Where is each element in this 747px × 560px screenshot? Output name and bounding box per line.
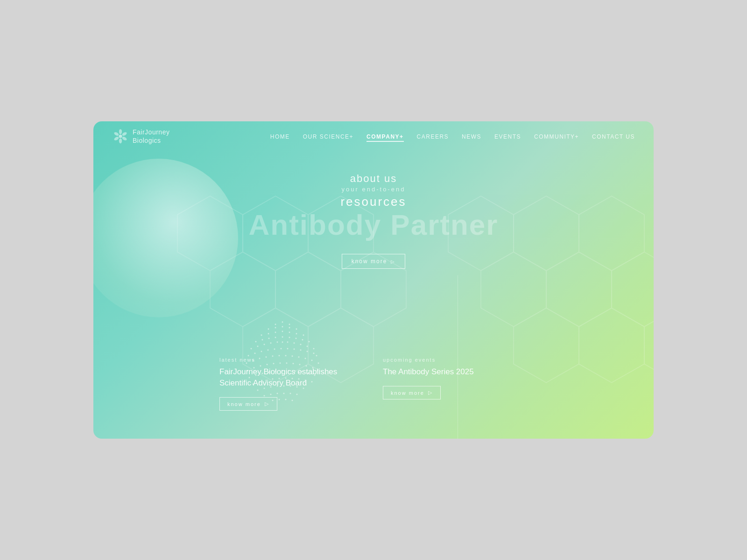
svg-point-40 bbox=[309, 341, 310, 343]
hero-resources: resources bbox=[233, 195, 514, 209]
svg-point-26 bbox=[268, 333, 269, 335]
svg-point-50 bbox=[307, 346, 308, 347]
hero-section: about us your end-to-end resources Antib… bbox=[233, 173, 514, 269]
events-play-arrow-icon: ▷ bbox=[428, 390, 433, 396]
svg-point-61 bbox=[307, 351, 308, 352]
nav-item-contact[interactable]: CONTACT US bbox=[592, 132, 635, 140]
svg-point-24 bbox=[296, 329, 297, 330]
svg-point-129 bbox=[121, 132, 127, 137]
nav-links: HOME OUR SCIENCE+ COMPANY+ CAREERS NEWS … bbox=[270, 132, 635, 140]
svg-point-23 bbox=[289, 327, 290, 329]
svg-marker-14 bbox=[514, 308, 579, 383]
svg-point-63 bbox=[316, 355, 317, 357]
svg-point-25 bbox=[261, 335, 262, 336]
nav-link-company[interactable]: COMPANY+ bbox=[366, 133, 403, 142]
svg-marker-12 bbox=[546, 252, 612, 327]
nav-item-careers[interactable]: CAREERS bbox=[417, 132, 449, 140]
svg-point-34 bbox=[268, 338, 270, 339]
svg-point-19 bbox=[289, 324, 290, 325]
news-play-arrow-icon: ▷ bbox=[265, 401, 269, 407]
svg-point-38 bbox=[296, 338, 297, 339]
svg-point-29 bbox=[289, 332, 290, 333]
svg-marker-9 bbox=[514, 196, 579, 271]
nav-item-news[interactable]: NEWS bbox=[462, 132, 481, 140]
nav-link-events[interactable]: EVENTS bbox=[494, 133, 521, 140]
svg-point-32 bbox=[255, 341, 257, 343]
nav-item-events[interactable]: EVENTS bbox=[494, 132, 521, 140]
news-know-more-button[interactable]: know more ▷ bbox=[219, 397, 277, 411]
svg-marker-15 bbox=[579, 308, 644, 383]
nav-item-our-science[interactable]: OUR SCIENCE+ bbox=[303, 132, 353, 140]
bottom-section: latest news FairJourney Biologics establ… bbox=[219, 357, 500, 411]
svg-point-45 bbox=[277, 342, 278, 343]
svg-point-56 bbox=[274, 349, 275, 350]
svg-point-51 bbox=[313, 348, 315, 350]
svg-marker-1 bbox=[177, 196, 243, 271]
svg-point-68 bbox=[272, 356, 274, 357]
hero-know-more-button[interactable]: know more ▷ bbox=[342, 254, 406, 269]
svg-point-31 bbox=[303, 335, 304, 336]
events-know-more-button[interactable]: know more ▷ bbox=[383, 386, 441, 399]
nav-item-home[interactable]: HOME bbox=[270, 132, 290, 140]
svg-point-133 bbox=[113, 132, 120, 137]
svg-point-49 bbox=[300, 344, 302, 345]
svg-point-30 bbox=[296, 333, 297, 335]
svg-point-54 bbox=[261, 351, 262, 352]
svg-point-20 bbox=[268, 329, 269, 330]
svg-point-47 bbox=[287, 342, 289, 343]
nav-link-news[interactable]: NEWS bbox=[462, 133, 481, 140]
svg-marker-13 bbox=[612, 252, 654, 327]
svg-point-130 bbox=[121, 136, 127, 141]
nav-link-contact[interactable]: CONTACT US bbox=[592, 133, 635, 140]
svg-point-39 bbox=[302, 339, 303, 341]
hero-antibody: Antibody Partner bbox=[233, 209, 514, 241]
svg-point-28 bbox=[282, 331, 283, 332]
svg-point-132 bbox=[113, 136, 120, 141]
logo-name: FairJourney bbox=[133, 128, 169, 136]
svg-point-43 bbox=[264, 344, 265, 345]
svg-point-69 bbox=[279, 355, 280, 357]
svg-point-27 bbox=[275, 332, 276, 333]
hero-about: about us bbox=[233, 173, 514, 185]
svg-marker-16 bbox=[644, 308, 654, 383]
hero-know-more-label: know more bbox=[352, 258, 388, 265]
events-know-more-label: know more bbox=[391, 390, 424, 396]
events-card: upcoming events The Antibody Series 2025… bbox=[383, 357, 500, 411]
nav-link-community[interactable]: COMMUNITY+ bbox=[534, 133, 579, 140]
svg-point-18 bbox=[275, 324, 276, 325]
news-title: FairJourney Biologics establishes Scient… bbox=[219, 366, 355, 389]
main-container: // Generate dots programmatically via in… bbox=[93, 121, 654, 439]
svg-point-44 bbox=[270, 343, 272, 344]
nav-item-company[interactable]: COMPANY+ bbox=[366, 132, 403, 140]
svg-point-59 bbox=[294, 349, 295, 350]
nav-link-our-science[interactable]: OUR SCIENCE+ bbox=[303, 133, 353, 140]
svg-point-41 bbox=[251, 348, 252, 350]
svg-point-70 bbox=[285, 355, 287, 357]
nav-link-home[interactable]: HOME bbox=[270, 133, 290, 140]
svg-point-33 bbox=[262, 339, 263, 341]
nav-link-careers[interactable]: CAREERS bbox=[417, 133, 449, 140]
svg-point-52 bbox=[248, 355, 249, 357]
svg-point-127 bbox=[119, 134, 122, 138]
svg-point-46 bbox=[282, 342, 283, 343]
svg-point-60 bbox=[300, 350, 302, 351]
svg-point-62 bbox=[313, 353, 315, 354]
play-arrow-icon: ▷ bbox=[391, 259, 395, 264]
svg-point-21 bbox=[275, 327, 276, 329]
svg-point-22 bbox=[282, 326, 283, 328]
svg-point-36 bbox=[282, 336, 283, 338]
nav-item-community[interactable]: COMMUNITY+ bbox=[534, 132, 579, 140]
news-card: latest news FairJourney Biologics establ… bbox=[219, 357, 355, 411]
logo[interactable]: FairJourney Biologics bbox=[112, 128, 187, 145]
events-title: The Antibody Series 2025 bbox=[383, 366, 500, 378]
hero-tagline: your end-to-end bbox=[233, 186, 514, 193]
navbar: FairJourney Biologics HOME OUR SCIENCE+ … bbox=[93, 121, 654, 151]
svg-point-131 bbox=[119, 139, 122, 144]
svg-point-58 bbox=[287, 348, 289, 350]
svg-point-128 bbox=[119, 129, 122, 134]
svg-point-42 bbox=[257, 346, 259, 347]
logo-icon bbox=[112, 128, 129, 145]
svg-point-48 bbox=[294, 343, 295, 344]
svg-point-17 bbox=[282, 322, 283, 323]
news-know-more-label: know more bbox=[227, 401, 261, 407]
